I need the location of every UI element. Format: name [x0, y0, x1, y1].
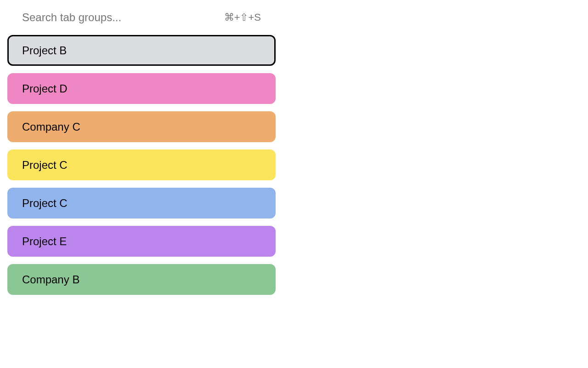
tab-group-item[interactable]: Project C: [7, 150, 276, 180]
tab-group-item[interactable]: Project E: [7, 226, 276, 257]
search-input[interactable]: [22, 11, 217, 24]
tab-group-label: Project B: [22, 44, 67, 57]
tab-group-picker: ⌘+⇧+S Project BProject DCompany CProject…: [0, 0, 283, 302]
tab-group-label: Project C: [22, 159, 68, 172]
search-row: ⌘+⇧+S: [7, 7, 276, 35]
tab-group-item[interactable]: Project D: [7, 73, 276, 104]
tab-group-list: Project BProject DCompany CProject CProj…: [7, 35, 276, 295]
tab-group-label: Project C: [22, 197, 68, 210]
tab-group-label: Company B: [22, 273, 79, 286]
tab-group-label: Project E: [22, 235, 67, 248]
tab-group-item[interactable]: Company B: [7, 264, 276, 295]
search-shortcut-hint: ⌘+⇧+S: [224, 12, 261, 23]
tab-group-item[interactable]: Company C: [7, 111, 276, 142]
tab-group-item[interactable]: Project C: [7, 188, 276, 218]
tab-group-label: Project D: [22, 82, 68, 95]
tab-group-label: Company C: [22, 121, 80, 133]
tab-group-item[interactable]: Project B: [7, 35, 276, 66]
